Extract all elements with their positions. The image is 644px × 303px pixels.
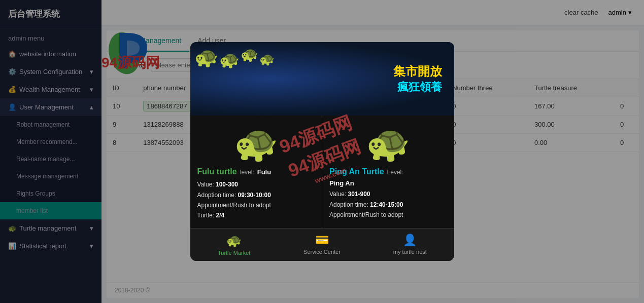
turtle-market-label: Turtle Market xyxy=(218,250,250,256)
fulu-level-value: Fulu xyxy=(257,168,271,176)
fulu-level-label: level: xyxy=(240,169,254,176)
fulu-appt-label: Appointment/Rush to adopt xyxy=(197,202,271,209)
pingan-value-label: Value: xyxy=(329,191,348,198)
banner-turtle-4: 🐢 xyxy=(259,52,275,69)
turtle-card-pingan: 🐢 Ping An Turtle Level: Ping An Value: 3… xyxy=(322,116,454,228)
pingan-turtle-name: Ping An Turtle xyxy=(329,167,384,176)
nav-service-center[interactable]: 💳 Service Center xyxy=(278,229,366,261)
fulu-adoption-time: 09:30-10:00 xyxy=(238,192,271,199)
fulu-turtle-label: Turtle: xyxy=(197,212,216,219)
pingan-adoption-time: 12:40-15:00 xyxy=(370,201,403,208)
pingan-value-range: 301-900 xyxy=(348,191,370,198)
fulu-turtle-name: Fulu turtle xyxy=(197,167,237,176)
fulu-adoption-label: Adoption time: xyxy=(197,192,238,199)
nav-my-turtle-nest[interactable]: 👤 my turtle nest xyxy=(366,229,454,261)
fulu-turtle-count: 2/4 xyxy=(216,212,224,219)
pingan-turtle-img: 🐢 xyxy=(329,123,447,164)
service-center-label: Service Center xyxy=(303,249,341,255)
pingan-adoption-label: Adoption time: xyxy=(329,201,370,208)
fulu-info: Value: 100-300 Adoption time: 09:30-10:0… xyxy=(197,179,315,221)
pingan-level-value: Ping An xyxy=(329,179,447,187)
banner-turtle-3: 🐢 xyxy=(241,46,258,69)
banner-subtitle: 瘋狂領養 xyxy=(393,80,442,95)
banner-turtle-1: 🐢 xyxy=(194,46,218,69)
turtle-market-icon: 🐢 xyxy=(226,234,242,248)
popup: 🐢 🐢 🐢 🐢 集市開放 瘋狂領養 🐢 Fulu turtle level: F… xyxy=(190,42,454,261)
pingan-info: Value: 301-900 Adoption time: 12:40-15:0… xyxy=(329,189,447,220)
service-center-icon: 💳 xyxy=(315,234,329,247)
pingan-level-label: Level: xyxy=(387,169,403,176)
turtle-card-fulu: 🐢 Fulu turtle level: Fulu Value: 100-300… xyxy=(190,116,323,228)
fulu-turtle-img: 🐢 xyxy=(197,123,315,164)
banner-turtle-2: 🐢 xyxy=(219,50,240,69)
my-turtle-nest-label: my turtle nest xyxy=(393,249,427,255)
popup-overlay[interactable]: 🐢 🐢 🐢 🐢 集市開放 瘋狂領養 🐢 Fulu turtle level: F… xyxy=(0,0,644,303)
banner-text: 集市開放 瘋狂領養 xyxy=(393,63,442,95)
popup-nav: 🐢 Turtle Market 💳 Service Center 👤 my tu… xyxy=(190,228,454,261)
popup-cards: 🐢 Fulu turtle level: Fulu Value: 100-300… xyxy=(190,116,454,228)
pingan-appt-label: Appointment/Rush to adopt xyxy=(329,211,403,218)
banner-title: 集市開放 xyxy=(393,63,442,80)
fulu-value-range: 100-300 xyxy=(216,181,238,188)
nav-turtle-market[interactable]: 🐢 Turtle Market xyxy=(190,229,278,261)
my-turtle-nest-icon: 👤 xyxy=(403,234,417,247)
fulu-value-label: Value: xyxy=(197,181,216,188)
popup-banner: 🐢 🐢 🐢 🐢 集市開放 瘋狂領養 xyxy=(190,42,454,116)
